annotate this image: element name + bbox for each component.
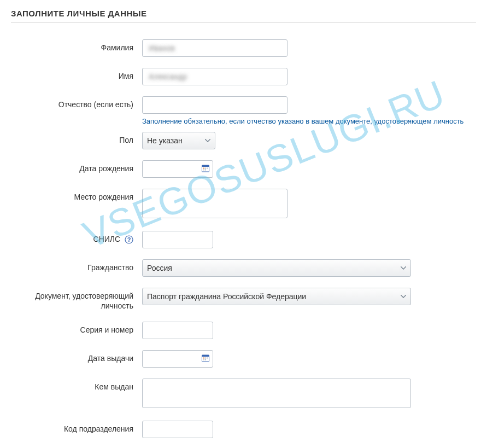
- gender-select-value: Не указан: [147, 136, 183, 145]
- snils-input[interactable]: [142, 231, 213, 248]
- personal-data-form: Фамилия Иванов Имя Александр Отчество (е…: [11, 39, 476, 448]
- name-label: Имя: [11, 68, 142, 81]
- issued-by-input[interactable]: [142, 379, 411, 408]
- svg-rect-6: [205, 170, 206, 171]
- pob-label: Место рождения: [11, 189, 142, 202]
- citizenship-select[interactable]: Россия: [142, 259, 411, 277]
- surname-label: Фамилия: [11, 39, 142, 53]
- dob-label: Дата рождения: [11, 160, 142, 173]
- gender-label: Пол: [11, 132, 142, 145]
- svg-rect-4: [207, 168, 208, 169]
- pob-input[interactable]: [142, 189, 287, 218]
- chevron-down-icon: [205, 139, 210, 142]
- gender-select[interactable]: Не указан: [142, 132, 215, 149]
- chevron-down-icon: [401, 295, 406, 298]
- chevron-down-icon: [401, 266, 406, 270]
- citizenship-select-value: Россия: [147, 264, 172, 272]
- svg-rect-15: [205, 359, 206, 360]
- series-number-label: Серия и номер: [11, 322, 142, 335]
- snils-label: СНИЛС ?: [11, 231, 142, 244]
- svg-rect-5: [203, 170, 204, 171]
- patronymic-input[interactable]: [142, 96, 287, 114]
- page-title: ЗАПОЛНИТЕ ЛИЧНЫЕ ДАННЫЕ: [11, 9, 476, 23]
- svg-rect-14: [203, 359, 204, 360]
- surname-input[interactable]: [142, 39, 287, 57]
- series-number-input[interactable]: [142, 322, 213, 339]
- snils-label-text: СНИЛС: [93, 235, 121, 243]
- svg-rect-13: [207, 358, 208, 359]
- citizenship-label: Гражданство: [11, 259, 142, 272]
- svg-text:?: ?: [127, 236, 131, 243]
- svg-rect-3: [205, 168, 206, 169]
- dept-code-label: Код подразделения: [11, 421, 142, 434]
- id-doc-select-value: Паспорт гражданина Российской Федерации: [147, 292, 306, 301]
- svg-rect-1: [202, 165, 209, 167]
- svg-rect-12: [205, 358, 206, 359]
- svg-rect-2: [203, 168, 204, 169]
- help-icon[interactable]: ?: [125, 235, 133, 244]
- svg-rect-10: [202, 355, 209, 357]
- name-input[interactable]: [142, 68, 287, 85]
- calendar-icon[interactable]: [201, 164, 210, 174]
- id-doc-select[interactable]: Паспорт гражданина Российской Федерации: [142, 288, 411, 305]
- patronymic-hint: Заполнение обязательно, если отчество ук…: [142, 117, 463, 125]
- svg-rect-11: [203, 358, 204, 359]
- issue-date-label: Дата выдачи: [11, 350, 142, 363]
- calendar-icon[interactable]: [201, 354, 210, 364]
- id-doc-label: Документ, удостоверяющий личность: [11, 288, 142, 311]
- patronymic-label: Отчество (если есть): [11, 96, 142, 109]
- dept-code-input[interactable]: [142, 421, 213, 438]
- issued-by-label: Кем выдан: [11, 379, 142, 392]
